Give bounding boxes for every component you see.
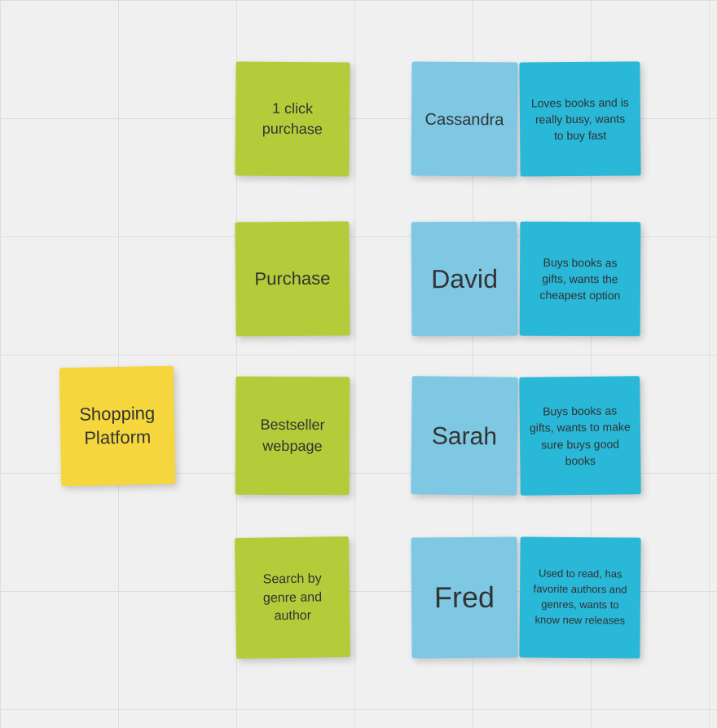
canvas: Shopping Platform 1 click purchase Purch… bbox=[0, 0, 717, 728]
persona-name-label-sarah: Sarah bbox=[432, 418, 497, 453]
persona-desc-label-fred: Used to read, has favorite authors and g… bbox=[530, 567, 631, 629]
persona-name-fred: Fred bbox=[411, 537, 517, 659]
feature-note-3: Bestseller webpage bbox=[235, 377, 350, 496]
persona-name-label-fred: Fred bbox=[434, 577, 495, 619]
persona-name-cassandra: Cassandra bbox=[411, 62, 518, 177]
feature-label-2: Purchase bbox=[254, 266, 330, 292]
feature-note-1: 1 click purchase bbox=[235, 61, 350, 176]
persona-name-label-cassandra: Cassandra bbox=[425, 108, 504, 131]
feature-label-1: 1 click purchase bbox=[245, 98, 340, 139]
persona-desc-fred: Used to read, has favorite authors and g… bbox=[519, 536, 640, 658]
feature-note-2: Purchase bbox=[235, 221, 350, 336]
feature-note-4: Search by genre and author bbox=[235, 536, 350, 659]
persona-desc-label-cassandra: Loves books and is really busy, wants to… bbox=[530, 94, 631, 144]
platform-label: Shopping Platform bbox=[70, 402, 165, 450]
persona-name-david: David bbox=[411, 222, 518, 337]
persona-desc-david: Buys books as gifts, wants the cheapest … bbox=[520, 222, 641, 337]
persona-name-label-david: David bbox=[431, 260, 498, 297]
persona-desc-label-david: Buys books as gifts, wants the cheapest … bbox=[530, 254, 631, 304]
feature-label-4: Search by genre and author bbox=[245, 570, 341, 626]
persona-desc-cassandra: Loves books and is really busy, wants to… bbox=[519, 61, 640, 176]
persona-name-sarah: Sarah bbox=[411, 376, 518, 495]
persona-desc-label-sarah: Buys books as gifts, wants to make sure … bbox=[530, 402, 631, 469]
platform-note: Shopping Platform bbox=[59, 366, 176, 486]
persona-desc-sarah: Buys books as gifts, wants to make sure … bbox=[519, 376, 641, 496]
feature-label-3: Bestseller webpage bbox=[245, 415, 340, 457]
